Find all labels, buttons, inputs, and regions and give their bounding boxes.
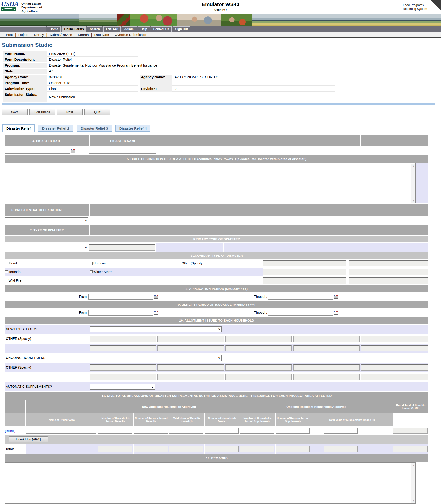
flood-checkbox[interactable] — [5, 262, 8, 265]
disaster-name-input[interactable] — [89, 148, 156, 154]
totals-cell — [311, 444, 393, 454]
ongoing-households-label: ONGOING HOUSEHOLDS — [5, 356, 90, 360]
save-button[interactable]: Save — [2, 109, 28, 115]
totals-label: Totals — [5, 444, 25, 454]
tab-disaster-relief-2[interactable]: Disaster Relief 2 — [38, 125, 73, 132]
area-description-textarea[interactable]: ∧ ∨ — [5, 163, 416, 203]
persons-supplements-input[interactable] — [276, 428, 310, 434]
tab-disaster-relief-3[interactable]: Disaster Relief 3 — [77, 125, 112, 132]
delete-row-link[interactable]: [Delete] — [5, 429, 16, 433]
scrollbar[interactable]: ∧ ∨ — [411, 164, 415, 203]
other-specify-input — [349, 277, 428, 284]
page: USDA United States Department of Agricul… — [0, 0, 441, 504]
totals-cell — [205, 444, 240, 454]
calendar-icon[interactable] — [154, 295, 158, 299]
presidential-declaration-select[interactable]: ∨ — [5, 218, 88, 223]
scroll-up-icon[interactable]: ∧ — [412, 464, 414, 467]
winter-storm-checkbox[interactable] — [90, 270, 93, 273]
breakdown-table: New Applicant Households Approved Ongoin… — [5, 400, 428, 454]
scrollbar[interactable]: ∧ ∨ — [411, 463, 415, 503]
allotment-other-input — [293, 336, 360, 342]
blue-divider — [2, 103, 435, 105]
agency-name-value: AZ ECONOMIC SECURITY — [172, 74, 335, 80]
quit-button[interactable]: Quit — [84, 109, 110, 115]
insert-line-button[interactable]: Insert Line [Alt-1] — [9, 436, 48, 442]
project-area-name-input[interactable] — [26, 428, 96, 434]
action-links-bar: | Post | Reject | Certify | Submit/Revis… — [0, 32, 441, 38]
application-from-input[interactable] — [88, 294, 153, 300]
nav-search[interactable]: Search — [87, 26, 102, 32]
action-certify[interactable]: Certify — [34, 33, 44, 37]
action-reject[interactable]: Reject — [18, 33, 29, 37]
benefit-through-input[interactable] — [268, 310, 333, 316]
other-checkbox[interactable] — [178, 262, 181, 265]
disaster-date-input[interactable] — [5, 148, 70, 154]
hh-denied-input[interactable] — [205, 428, 239, 434]
banner-photo-field — [79, 15, 117, 26]
hh-supplements-input[interactable] — [240, 428, 274, 434]
state-label: State: — [3, 69, 47, 74]
allotment-other-input — [225, 345, 292, 352]
hurricane-checkbox[interactable] — [90, 262, 93, 265]
ongoing-households-row: ONGOING HOUSEHOLDS ∨ — [5, 353, 428, 362]
action-search[interactable]: Search — [78, 33, 89, 37]
section5-header: 5. BRIEF DESCRIPTION OF AREA AFFECTED (c… — [5, 155, 428, 163]
edit-check-button[interactable]: Edit Check — [29, 109, 55, 115]
other-specify-input — [349, 260, 428, 267]
corner-fold-icon — [431, 0, 441, 10]
column-header-grand-total-blank — [393, 413, 428, 426]
nav-contact-us[interactable]: Contact Us — [151, 26, 172, 32]
calendar-icon[interactable] — [334, 311, 338, 315]
nav-sign-out[interactable]: Sign Out — [173, 26, 190, 32]
scroll-down-icon[interactable]: ∨ — [412, 199, 414, 202]
post-button[interactable]: Post — [57, 109, 83, 115]
total-supplements-input[interactable] — [324, 428, 358, 434]
scroll-down-icon[interactable]: ∨ — [412, 499, 414, 502]
total-benefits-input[interactable] — [169, 428, 203, 434]
nav-fns-648[interactable]: FNS-648 — [103, 26, 121, 32]
presidential-declaration-header: 6. PRESIDENTIAL DECLARATION — [5, 204, 89, 216]
action-submit-revise[interactable]: Submit/Revise — [50, 33, 72, 37]
hh-benefits-input[interactable] — [98, 428, 132, 434]
calendar-icon[interactable] — [334, 295, 338, 299]
empty-header-cell — [158, 204, 225, 216]
nav-home[interactable]: Home — [47, 26, 61, 32]
dropdown-arrow-icon: ∨ — [151, 385, 155, 388]
application-through-input[interactable] — [268, 294, 333, 300]
ongoing-households-select[interactable]: ∨ — [90, 355, 222, 361]
submission-status-label: Submission Status: — [3, 92, 47, 102]
other-specify-label: OTHER (Specify) — [5, 366, 90, 369]
scroll-up-icon[interactable]: ∧ — [412, 164, 414, 168]
remarks-textarea[interactable]: ∧ ∨ — [5, 462, 416, 504]
benefit-from-input[interactable] — [88, 310, 153, 316]
column-header-project-area: Name of Project Area — [26, 413, 98, 426]
totals-cell — [169, 444, 204, 454]
system-name-line: Reporting System — [403, 7, 427, 11]
allotment-other-input — [361, 336, 428, 342]
totals-cell — [276, 444, 311, 454]
totals-cell — [98, 444, 133, 454]
group-header-empty — [5, 400, 25, 413]
section4-header: 4. DISASTER DATE DISASTER NAME — [5, 135, 428, 146]
primary-type-select[interactable]: ∨ — [5, 245, 88, 250]
nav-admin[interactable]: Admin. — [122, 26, 137, 32]
system-name-line: Food Programs — [403, 3, 427, 7]
nav-online-forms[interactable]: Online Forms — [62, 26, 86, 32]
banner-photo-family — [221, 15, 252, 26]
calendar-icon[interactable] — [71, 149, 75, 153]
nav-help[interactable]: Help — [138, 26, 150, 32]
action-overdue-submission[interactable]: Overdue Submission — [115, 33, 147, 37]
action-due-date[interactable]: Due Date — [94, 33, 109, 37]
section10-header: 10. ALLOTMENT ISSUED TO EACH HOUSEHOLD — [5, 317, 428, 324]
allotment-other-input — [90, 345, 156, 352]
tab-disaster-relief-4[interactable]: Disaster Relief 4 — [115, 125, 151, 132]
calendar-icon[interactable] — [154, 311, 158, 315]
tornado-checkbox[interactable] — [5, 270, 8, 273]
form-name-value: FNS-292B (4-11) — [47, 51, 138, 56]
new-households-select[interactable]: ∨ — [90, 326, 222, 332]
tab-disaster-relief[interactable]: Disaster Relief — [2, 124, 34, 132]
automatic-supplements-select[interactable]: ∨ — [90, 384, 155, 389]
action-post[interactable]: Post — [6, 33, 13, 37]
wild-fire-checkbox[interactable] — [5, 279, 8, 282]
persons-benefits-input[interactable] — [134, 428, 168, 434]
